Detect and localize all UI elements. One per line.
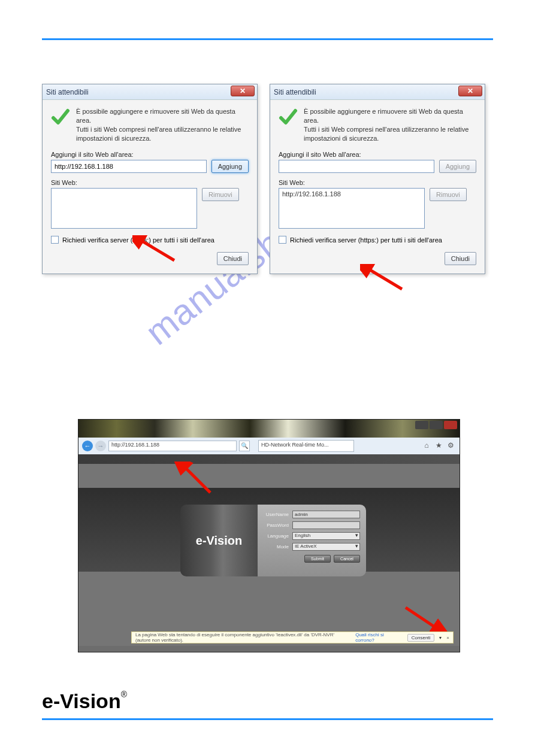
svg-line-3 xyxy=(406,608,438,629)
close-window-button[interactable] xyxy=(444,421,457,429)
language-label: Language xyxy=(264,533,289,539)
submit-button[interactable]: Submit xyxy=(304,555,331,563)
login-panel: e-Vision UserName PassWord Language Engl… xyxy=(180,505,366,576)
cancel-button[interactable]: Cancel xyxy=(334,555,360,563)
forward-button[interactable]: → xyxy=(95,441,106,451)
trusted-sites-dialog-left: Siti attendibili ✕ È possibile aggiunger… xyxy=(42,84,258,274)
consent-dropdown-icon[interactable]: ▾ xyxy=(439,635,442,640)
footer-logo: e-Vision® xyxy=(42,690,127,713)
infobar-close-icon[interactable]: × xyxy=(446,635,449,640)
checkmark-icon xyxy=(279,107,298,126)
add-site-label: Aggiungi il sito Web all'area: xyxy=(279,151,476,158)
language-select[interactable]: English xyxy=(292,532,360,540)
remove-button[interactable]: Rimuovi xyxy=(202,188,239,201)
add-button[interactable]: Aggiung xyxy=(211,160,249,173)
dialog-titlebar: Siti attendibili ✕ xyxy=(270,84,485,100)
https-checkbox-label: Richiedi verifica server (https:) per tu… xyxy=(62,236,214,244)
trusted-sites-dialog-right: Siti attendibili ✕ È possibile aggiunger… xyxy=(270,84,485,274)
window-buttons xyxy=(415,421,457,429)
browser-chrome-top: ← → http://192.168.1.188 🔍 HD-Network Re… xyxy=(78,420,460,454)
home-icon[interactable]: ⌂ xyxy=(422,441,431,450)
info-text: È possibile aggiungere e rimuovere siti … xyxy=(76,107,249,142)
login-brand-panel: e-Vision xyxy=(180,505,258,576)
close-button[interactable]: ✕ xyxy=(458,86,482,96)
dialog-body: È possibile aggiungere e rimuovere siti … xyxy=(270,100,485,274)
username-input[interactable] xyxy=(292,511,360,518)
websites-label: Siti Web: xyxy=(279,179,476,186)
infobar-risk-link[interactable]: Quali rischi si corrono? xyxy=(355,632,398,643)
close-dialog-button[interactable]: Chiudi xyxy=(445,252,476,265)
username-label: UserName xyxy=(264,512,289,517)
add-button[interactable]: Aggiung xyxy=(439,160,476,173)
login-form: UserName PassWord Language English Mode … xyxy=(258,505,366,576)
top-rule xyxy=(42,38,493,40)
dialog-body: È possibile aggiungere e rimuovere siti … xyxy=(43,100,257,274)
browser-screenshot: ← → http://192.168.1.188 🔍 HD-Network Re… xyxy=(78,419,460,652)
remove-button[interactable]: Rimuovi xyxy=(430,188,467,201)
dialog-title: Siti attendibili xyxy=(274,88,316,96)
bottom-rule xyxy=(42,718,493,720)
svg-line-2 xyxy=(183,465,210,493)
websites-listbox[interactable]: http://192.168.1.188 xyxy=(279,188,425,229)
close-dialog-button[interactable]: Chiudi xyxy=(217,252,249,265)
dialog-title: Siti attendibili xyxy=(46,88,89,96)
minimize-button[interactable] xyxy=(415,421,428,429)
password-label: PassWord xyxy=(264,523,289,528)
tab-title: HD-Network Real-time Mo... xyxy=(261,442,329,448)
back-button[interactable]: ← xyxy=(82,441,93,451)
consent-button[interactable]: Consenti xyxy=(407,634,435,642)
info-text: È possibile aggiungere e rimuovere siti … xyxy=(304,107,476,142)
browser-subbar xyxy=(78,454,460,464)
close-button[interactable]: ✕ xyxy=(231,86,255,96)
maximize-button[interactable] xyxy=(430,421,443,429)
infobar-text: La pagina Web sta tentando di eseguire i… xyxy=(135,632,350,643)
mode-label: Mode xyxy=(264,544,289,549)
dialog-titlebar: Siti attendibili ✕ xyxy=(43,84,257,100)
websites-listbox[interactable] xyxy=(51,188,197,229)
gear-icon[interactable]: ⚙ xyxy=(446,441,455,450)
page-content: e-Vision UserName PassWord Language Engl… xyxy=(78,464,460,646)
window-glass-strip xyxy=(78,420,460,438)
websites-label: Siti Web: xyxy=(51,179,249,186)
browser-tab[interactable]: HD-Network Real-time Mo... xyxy=(258,440,354,452)
arrow-icon xyxy=(174,462,222,497)
password-input[interactable] xyxy=(292,521,360,529)
add-site-input[interactable] xyxy=(279,160,434,173)
arrow-icon xyxy=(400,605,448,635)
add-site-label: Aggiungi il sito Web all'area: xyxy=(51,151,249,158)
checkmark-icon xyxy=(51,107,70,126)
https-checkbox[interactable] xyxy=(51,236,59,244)
https-checkbox[interactable] xyxy=(279,236,286,244)
brand-text: e-Vision xyxy=(196,534,242,548)
add-site-input[interactable] xyxy=(51,160,207,173)
activex-info-bar: La pagina Web sta tentando di eseguire i… xyxy=(131,631,454,643)
mode-select[interactable]: IE ActiveX xyxy=(292,543,360,551)
search-icon[interactable]: 🔍 xyxy=(239,441,250,451)
https-checkbox-label: Richiedi verifica server (https:) per tu… xyxy=(290,236,442,244)
address-bar[interactable]: http://192.168.1.188 xyxy=(108,441,237,451)
star-icon[interactable]: ★ xyxy=(434,441,443,450)
